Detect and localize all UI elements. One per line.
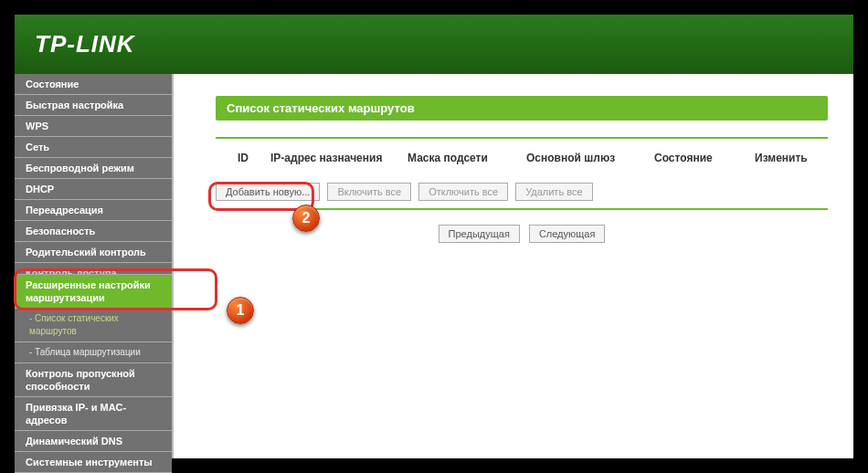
- delete-all-button[interactable]: Удалить все: [515, 183, 592, 201]
- sidebar-subitem-static-routes[interactable]: - Список статических маршрутов: [15, 309, 172, 342]
- enable-all-button[interactable]: Включить все: [327, 183, 411, 201]
- sidebar-item-bandwidth[interactable]: Контроль пропускной способности: [15, 363, 172, 397]
- sidebar-item-wireless[interactable]: Беспроводной режим: [15, 158, 172, 179]
- col-edit: Изменить: [755, 152, 828, 164]
- divider-top: [216, 137, 828, 139]
- sidebar-item-system-tools[interactable]: Системные инструменты: [15, 452, 172, 473]
- col-gw: Основной шлюз: [526, 152, 654, 164]
- col-state: Состояние: [654, 152, 755, 164]
- brand-logo: TP-LINK: [35, 30, 135, 58]
- disable-all-button[interactable]: Отключить все: [418, 183, 508, 201]
- body: Состояние Быстрая настройка WPS Сеть Бес…: [15, 74, 853, 458]
- app-inner: TP-LINK Состояние Быстрая настройка WPS …: [15, 15, 853, 458]
- content: Список статических маршрутов ID IP-адрес…: [174, 74, 853, 458]
- header-bar: TP-LINK: [15, 15, 853, 74]
- sidebar-item-forwarding[interactable]: Переадресация: [15, 200, 172, 221]
- col-ip: IP-адрес назначения: [270, 152, 408, 164]
- sidebar-item-advanced-routing[interactable]: Расширенные настройки маршрутизации: [15, 275, 172, 309]
- app-frame: TP-LINK Состояние Быстрая настройка WPS …: [0, 0, 868, 473]
- next-page-button[interactable]: Следующая: [529, 225, 606, 243]
- col-id: ID: [216, 152, 270, 164]
- sidebar-item-wps[interactable]: WPS: [15, 116, 172, 137]
- sidebar-item-security[interactable]: Безопасность: [15, 221, 172, 242]
- sidebar-item-network[interactable]: Сеть: [15, 137, 172, 158]
- sidebar-item-access-control[interactable]: Контроль доступа: [15, 263, 172, 275]
- action-button-row: Добавить новую... Включить все Отключить…: [216, 183, 828, 201]
- sidebar: Состояние Быстрая настройка WPS Сеть Бес…: [15, 74, 174, 458]
- sidebar-item-dhcp[interactable]: DHCP: [15, 179, 172, 200]
- sidebar-subitem-routing-table[interactable]: - Таблица маршрутизации: [15, 342, 172, 363]
- sidebar-item-quick-setup[interactable]: Быстрая настройка: [15, 95, 172, 116]
- page-title: Список статических маршрутов: [216, 96, 828, 121]
- sidebar-item-ddns[interactable]: Динамический DNS: [15, 431, 172, 452]
- annotation-marker-2: 2: [292, 205, 320, 232]
- col-mask: Маска подсети: [408, 152, 526, 164]
- add-new-button[interactable]: Добавить новую...: [216, 183, 320, 201]
- table-header: ID IP-адрес назначения Маска подсети Осн…: [216, 148, 828, 175]
- sidebar-item-parental[interactable]: Родительский контроль: [15, 242, 172, 263]
- sidebar-item-ip-mac-binding[interactable]: Привязка IP- и MAC-адресов: [15, 397, 172, 431]
- sidebar-item-status[interactable]: Состояние: [15, 74, 172, 95]
- prev-page-button[interactable]: Предыдущая: [439, 225, 520, 243]
